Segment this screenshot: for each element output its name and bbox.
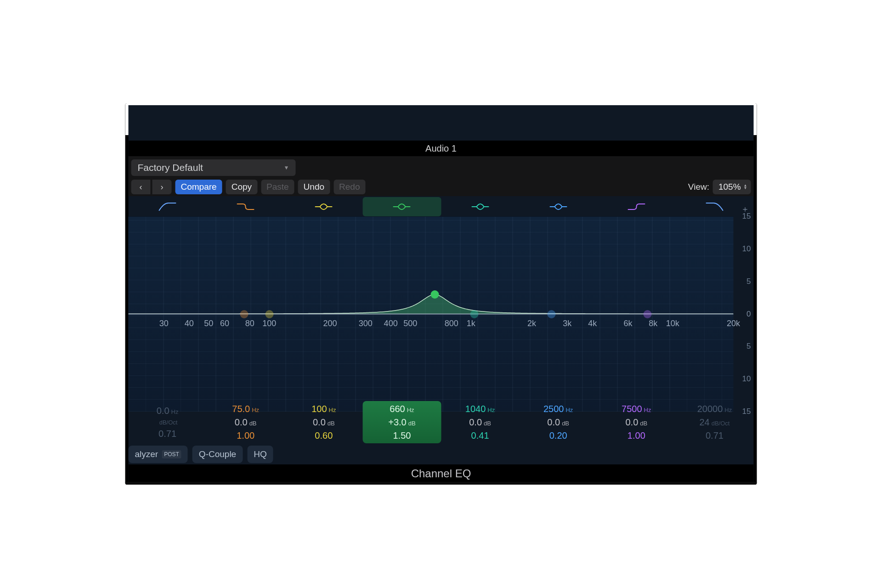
band-handle[interactable] — [470, 310, 479, 318]
preset-name: Factory Default — [138, 162, 203, 173]
plugin-name: Channel EQ — [411, 467, 471, 480]
band-handle[interactable] — [265, 310, 273, 318]
band-type-b1[interactable] — [129, 197, 207, 216]
stepper-arrows-icon: ▲▼ — [744, 184, 747, 190]
band-type-b4[interactable] — [363, 197, 441, 216]
bell-icon — [314, 201, 334, 212]
band-handle[interactable] — [547, 310, 555, 318]
band-params-b8[interactable]: 20000Hz24dB/Oct0.71 — [675, 401, 753, 443]
band-type-b6[interactable] — [519, 197, 597, 216]
plugin-header: Factory Default ▼ ‹ › Compare Copy Paste… — [129, 156, 754, 196]
y-tick: 5 — [746, 277, 751, 286]
next-preset-button[interactable]: › — [153, 180, 172, 194]
bell-icon — [548, 201, 568, 212]
prev-preset-button[interactable]: ‹ — [131, 180, 151, 194]
compare-button[interactable]: Compare — [175, 180, 222, 194]
band-params-b3[interactable]: 100Hz0.0dB0.60 — [285, 401, 363, 443]
band-handle[interactable] — [240, 310, 248, 318]
y-tick: 10 — [742, 244, 751, 254]
highpass-icon — [158, 201, 178, 212]
y-axis-ticks: ＋ 15105051015 — [734, 216, 754, 412]
view-zoom-stepper[interactable]: 105% ▲▼ — [713, 180, 751, 194]
y-tick: 0 — [746, 310, 751, 319]
window-title: Audio 1 — [425, 143, 457, 154]
band-type-b2[interactable] — [207, 197, 285, 216]
y-tick: 10 — [742, 374, 751, 384]
band-type-row — [129, 197, 754, 216]
view-label: View: — [688, 182, 709, 192]
band-params-row: 0.0HzdB/Oct0.7175.0Hz0.0dB1.00100Hz0.0dB… — [129, 401, 754, 443]
frame-bottom-bar — [125, 482, 757, 485]
paste-button[interactable]: Paste — [261, 180, 294, 194]
band-params-b1[interactable]: 0.0HzdB/Oct0.71 — [129, 401, 207, 443]
band-params-b7[interactable]: 7500Hz0.0dB1.00 — [597, 401, 675, 443]
preset-dropdown[interactable]: Factory Default ▼ — [131, 159, 296, 176]
y-tick: 5 — [746, 342, 751, 351]
plugin-window: Audio 1 Factory Default ▼ ‹ › Compare Co… — [125, 103, 757, 485]
copy-button[interactable]: Copy — [226, 180, 257, 194]
band-params-b5[interactable]: 1040Hz0.0dB0.41 — [441, 401, 519, 443]
chevron-right-icon: › — [161, 182, 164, 192]
hq-toggle[interactable]: HQ — [247, 446, 273, 463]
bell-icon — [392, 201, 412, 212]
lowshelf-icon — [236, 201, 256, 212]
band-params-b2[interactable]: 75.0Hz0.0dB1.00 — [207, 401, 285, 443]
bottom-controls: alyzer POST Q-Couple HQ — [129, 444, 754, 464]
analyzer-toggle[interactable]: alyzer POST — [129, 446, 188, 463]
band-params-b6[interactable]: 2500Hz0.0dB0.20 — [519, 401, 597, 443]
highshelf-icon — [626, 201, 646, 212]
lowpass-icon — [704, 201, 724, 212]
band-params-b4[interactable]: 660Hz+3.0dB1.50 — [363, 401, 441, 443]
toolbar: ‹ › Compare Copy Paste Undo Redo View: 1… — [131, 178, 751, 196]
bell-icon — [470, 201, 490, 212]
band-handle[interactable] — [430, 290, 439, 299]
plugin-name-footer: Channel EQ — [129, 464, 754, 483]
chevron-down-icon: ▼ — [284, 164, 289, 171]
chevron-left-icon: ‹ — [140, 182, 142, 192]
analyzer-label: alyzer — [135, 449, 158, 459]
window-titlebar: Audio 1 — [129, 141, 754, 156]
plugin-inner: Audio 1 Factory Default ▼ ‹ › Compare Co… — [129, 105, 754, 483]
redo-button[interactable]: Redo — [334, 180, 365, 194]
y-tick: 15 — [742, 212, 751, 221]
analyzer-mode-badge: POST — [162, 450, 181, 458]
eq-curve — [129, 216, 734, 412]
q-couple-toggle[interactable]: Q-Couple — [192, 446, 243, 463]
view-zoom-value: 105% — [718, 182, 741, 192]
undo-button[interactable]: Undo — [298, 180, 330, 194]
band-handle[interactable] — [643, 310, 651, 318]
band-type-b7[interactable] — [597, 197, 675, 216]
band-type-b5[interactable] — [441, 197, 519, 216]
band-type-b3[interactable] — [285, 197, 363, 216]
